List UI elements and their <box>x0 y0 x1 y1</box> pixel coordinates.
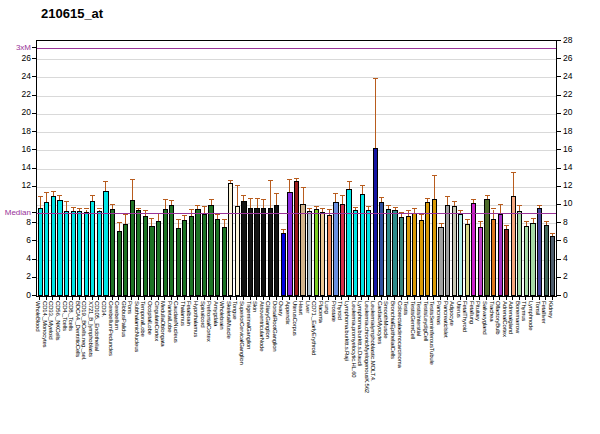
x-tick <box>177 297 178 300</box>
x-tick <box>519 297 520 300</box>
x-tick <box>447 297 448 300</box>
error-bar <box>119 223 120 231</box>
bar <box>51 196 56 296</box>
y-tick-left <box>32 168 36 169</box>
x-axis-label: CD19._BCells.neg._sel. <box>81 301 87 360</box>
error-bar <box>237 186 238 206</box>
y-tick-right <box>557 58 561 59</box>
error-bar <box>40 197 41 208</box>
x-axis-label: CardiacMyocytes <box>377 301 383 344</box>
x-axis-label: Leukemia.promyelocytic.HL.60 <box>351 301 357 377</box>
y-tick-right <box>557 277 561 278</box>
error-bar <box>381 198 382 203</box>
bar <box>163 209 168 296</box>
x-tick <box>158 297 159 300</box>
x-axis-label: Pancreas <box>436 301 442 325</box>
bar <box>123 224 128 296</box>
x-axis-label: Adrenalgland <box>508 301 514 334</box>
y-axis-label-left: 20 <box>1 108 31 117</box>
error-bar <box>184 216 185 221</box>
error-bar-cap <box>406 210 411 211</box>
x-tick <box>499 297 500 300</box>
bar <box>511 196 516 296</box>
x-tick <box>341 297 342 300</box>
x-tick <box>164 297 165 300</box>
bar <box>491 219 496 296</box>
error-bar-cap <box>255 198 260 199</box>
error-bar-cap <box>248 198 253 199</box>
x-axis-label: Fetallung <box>469 301 475 324</box>
error-bar-cap <box>439 223 444 224</box>
error-bar-cap <box>471 199 476 200</box>
x-tick <box>335 297 336 300</box>
y-tick-left <box>32 113 36 114</box>
x-tick <box>381 297 382 300</box>
y-tick-left <box>32 149 36 150</box>
error-bar <box>375 79 376 147</box>
x-tick <box>184 297 185 300</box>
x-tick <box>512 297 513 300</box>
x-axis-label: Lung <box>324 301 330 314</box>
error-bar <box>92 196 93 201</box>
error-bar-cap <box>340 195 345 196</box>
error-bar <box>335 194 336 202</box>
x-axis-label: CD4._Tcells <box>62 301 68 331</box>
error-bar-cap <box>136 208 141 209</box>
x-axis-label: WholeBlood <box>35 301 41 331</box>
bar <box>412 213 417 296</box>
x-tick <box>460 297 461 300</box>
error-bar <box>79 209 80 212</box>
error-bar-cap <box>274 193 279 194</box>
x-axis-label: Ovary <box>278 301 284 316</box>
bar <box>366 210 371 296</box>
x-tick <box>39 297 40 300</box>
x-tick <box>355 297 356 300</box>
x-tick <box>407 297 408 300</box>
y-tick-right <box>557 76 561 77</box>
bar <box>360 194 365 296</box>
x-tick <box>243 297 244 300</box>
bar <box>307 211 312 296</box>
y-tick-right <box>557 295 561 296</box>
y-axis-label-left: 16 <box>1 145 31 154</box>
bar <box>77 211 82 296</box>
y-axis-label-right: 24 <box>563 72 572 81</box>
gridline <box>37 77 556 78</box>
error-bar-cap <box>412 208 417 209</box>
bar <box>149 226 154 296</box>
x-tick <box>66 297 67 300</box>
x-axis-label: OlfactoryBulb <box>495 301 501 334</box>
x-tick <box>72 297 73 300</box>
error-bar-cap <box>320 208 325 209</box>
x-axis-label: PancreaticIslet <box>443 301 449 337</box>
error-bar <box>66 202 67 211</box>
bar <box>399 217 404 296</box>
x-tick <box>269 297 270 300</box>
error-bar-cap <box>373 78 378 79</box>
error-bar-cap <box>110 204 115 205</box>
y-axis-label-right: 16 <box>563 145 572 154</box>
bar <box>314 209 319 296</box>
x-axis-label: Lymphoma.burkitt.s.Daudi <box>357 301 363 366</box>
x-axis-label: BDCA4._DentriticCells <box>75 301 81 357</box>
bar <box>281 233 286 296</box>
x-tick <box>387 297 388 300</box>
bar <box>438 227 443 296</box>
error-bar <box>427 199 428 202</box>
x-axis-label: TestisInterstial <box>416 301 422 336</box>
error-bar <box>473 200 474 203</box>
x-axis-label: Hypothalamus <box>193 301 199 337</box>
x-axis-label: CD33._Myeloid <box>48 301 54 339</box>
bar <box>537 208 542 296</box>
error-bar <box>73 208 74 212</box>
y-axis-label-right: 20 <box>563 108 572 117</box>
error-bar <box>53 192 54 196</box>
error-bar-cap <box>195 205 200 206</box>
error-bar <box>158 214 159 221</box>
x-axis-label: X721_B_lymphoblasts <box>88 301 94 357</box>
bar <box>222 227 227 296</box>
x-axis-label: CD56._NKCells <box>55 301 61 340</box>
error-bar <box>519 206 520 211</box>
x-axis-label: AdrenalCortex <box>502 301 508 337</box>
bar <box>208 205 213 296</box>
